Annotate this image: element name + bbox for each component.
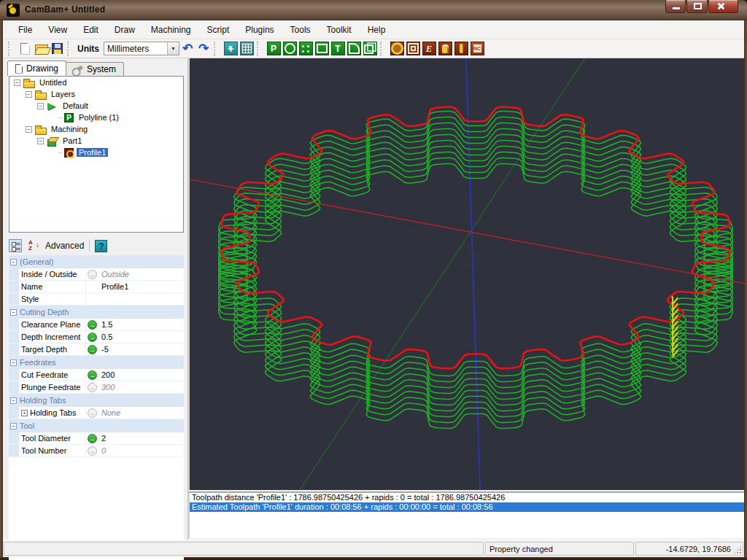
drill-icon[interactable]	[438, 42, 452, 56]
menu-view[interactable]: View	[40, 22, 75, 38]
minimize-button[interactable]	[665, 0, 686, 13]
lathe-icon[interactable]	[454, 42, 468, 56]
snap-point-icon[interactable]	[223, 42, 238, 56]
collapse-icon[interactable]: −	[10, 397, 17, 404]
menu-draw[interactable]: Draw	[107, 22, 143, 38]
menu-help[interactable]: Help	[360, 22, 394, 38]
property-row-style[interactable]: Style→	[9, 293, 184, 306]
surface-icon[interactable]	[347, 42, 361, 56]
property-value[interactable]: None	[98, 408, 184, 417]
rectangle-icon[interactable]	[314, 42, 329, 56]
menu-script[interactable]: Script	[199, 22, 238, 38]
expand-icon[interactable]: +	[21, 410, 28, 416]
tab-system[interactable]: System	[65, 62, 124, 76]
value-set-icon[interactable]: →	[88, 370, 97, 380]
open-file-icon[interactable]	[34, 42, 48, 56]
value-set-icon[interactable]: →	[88, 345, 97, 354]
property-value[interactable]: 0	[98, 446, 184, 455]
title-bar[interactable]: CamBam+ Untitled	[0, 0, 747, 20]
tree-item-untitled[interactable]: −Untitled	[9, 77, 183, 88]
sort-alphabetical-button[interactable]: ↓	[27, 239, 40, 252]
polyline-icon[interactable]: P	[266, 42, 281, 56]
close-button[interactable]	[708, 0, 738, 13]
tree-item-layers[interactable]: −Layers	[9, 88, 183, 100]
property-row-plunge-feedrate[interactable]: Plunge Feedrate→300	[9, 381, 184, 394]
maximize-button[interactable]	[686, 0, 708, 13]
property-value[interactable]: -5	[98, 345, 184, 354]
tree-item-part1[interactable]: −Part1	[9, 135, 183, 147]
tree-item-polyline-1-[interactable]: PPolyline (1)	[9, 112, 183, 123]
units-select[interactable]: Millimeters▼	[104, 42, 179, 55]
profile-icon[interactable]	[390, 42, 404, 56]
property-value[interactable]: 0.5	[98, 332, 184, 341]
property-value[interactable]: 1.5	[98, 320, 184, 329]
undo-icon[interactable]: ↶	[180, 42, 195, 56]
engrave-icon[interactable]	[422, 42, 436, 56]
expander-icon[interactable]: −	[37, 103, 44, 109]
property-value[interactable]: 200	[98, 370, 184, 379]
new-file-icon[interactable]	[18, 42, 32, 56]
expander-icon[interactable]: −	[14, 79, 20, 86]
grid-icon[interactable]	[239, 42, 254, 56]
redo-icon: ↷	[198, 42, 209, 55]
value-default-icon[interactable]: →	[88, 446, 97, 456]
value-set-icon[interactable]: →	[88, 320, 97, 330]
points-icon[interactable]	[298, 42, 313, 56]
property-row-name[interactable]: Name→Profile1	[9, 281, 184, 293]
property-row-depth-increment[interactable]: Depth Increment→0.5	[9, 331, 184, 343]
expander-icon[interactable]: −	[26, 91, 32, 98]
menu-file[interactable]: File	[10, 22, 40, 38]
menu-toolkit[interactable]: Toolkit	[319, 22, 360, 38]
value-default-icon[interactable]: →	[88, 270, 97, 279]
property-category-holding-tabs[interactable]: −Holding Tabs	[9, 394, 184, 407]
tree-item-machining[interactable]: −Machining	[9, 123, 183, 135]
categorized-view-button[interactable]	[9, 239, 22, 252]
value-set-icon[interactable]: →	[88, 434, 97, 443]
menu-edit[interactable]: Edit	[75, 22, 107, 38]
message-row[interactable]: Estimated Toolpath 'Profile1' duration :…	[190, 502, 744, 512]
message-row[interactable]: Toolpath distance 'Profile1' : 1786.9875…	[190, 493, 744, 502]
tree-item-profile1[interactable]: Profile1	[9, 147, 183, 158]
property-row-tool-diameter[interactable]: Tool Diameter→2	[9, 432, 184, 445]
property-category-feedrates[interactable]: −Feedrates	[9, 356, 184, 369]
collapse-icon[interactable]: −	[10, 309, 17, 316]
expander-icon[interactable]: −	[37, 138, 44, 144]
property-row-holding-tabs[interactable]: +Holding Tabs→None	[9, 407, 184, 419]
property-value[interactable]: Profile1	[98, 282, 184, 291]
collapse-icon[interactable]: −	[10, 259, 17, 265]
property-row-inside-outside[interactable]: Inside / Outside→Outside	[9, 268, 184, 281]
menu-tools[interactable]: Tools	[282, 22, 319, 38]
collapse-icon[interactable]: −	[10, 359, 17, 366]
gcode-icon[interactable]	[470, 42, 484, 56]
tree-item-default[interactable]: −Default	[9, 100, 183, 112]
text-icon[interactable]: T	[330, 42, 345, 56]
property-row-tool-number[interactable]: Tool Number→0	[9, 445, 184, 457]
property-value[interactable]: 2	[98, 434, 184, 443]
collapse-icon[interactable]: −	[10, 423, 17, 429]
property-value[interactable]: Outside	[98, 270, 184, 279]
menu-plugins[interactable]: Plugins	[237, 22, 282, 38]
redo-icon[interactable]: ↷	[196, 42, 211, 56]
property-row-target-depth[interactable]: Target Depth→-5	[9, 343, 184, 356]
property-category-tool[interactable]: −Tool	[9, 419, 184, 432]
property-category-cutting-depth[interactable]: −Cutting Depth	[9, 306, 184, 319]
toolpath-canvas[interactable]	[190, 58, 746, 490]
pocket-icon[interactable]	[406, 42, 420, 56]
resize-grip[interactable]	[733, 545, 742, 554]
help-button[interactable]: ?	[95, 240, 107, 252]
value-set-icon[interactable]: →	[88, 332, 97, 342]
value-default-icon[interactable]: →	[88, 408, 97, 418]
expander-icon[interactable]: −	[26, 126, 32, 133]
property-row-cut-feedrate[interactable]: Cut Feedrate→200	[9, 369, 184, 381]
property-category--general-[interactable]: −(General)	[9, 255, 184, 268]
cube-icon[interactable]	[363, 42, 377, 56]
save-file-icon[interactable]	[50, 42, 64, 56]
tab-drawing[interactable]: Drawing	[7, 61, 66, 76]
viewport-3d[interactable]	[188, 58, 744, 490]
circle-icon[interactable]	[282, 42, 297, 56]
advanced-button[interactable]: Advanced	[45, 241, 84, 251]
property-row-clearance-plane[interactable]: Clearance Plane→1.5	[9, 319, 184, 331]
value-default-icon[interactable]: →	[88, 383, 97, 392]
menu-machining[interactable]: Machining	[143, 22, 199, 38]
property-value[interactable]: 300	[98, 383, 184, 392]
